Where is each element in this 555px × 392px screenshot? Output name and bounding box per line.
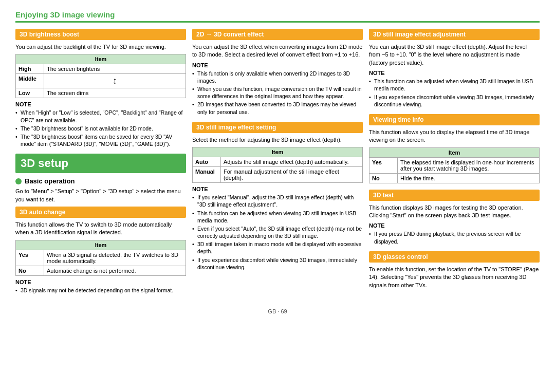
page-title: Enjoying 3D image viewing xyxy=(15,10,540,19)
convert-note-title: NOTE xyxy=(192,62,363,68)
still-manual-label: Manual xyxy=(193,167,221,183)
still-auto-label: Auto xyxy=(193,157,221,167)
still-image-setting-table: Item Auto Adjusts the still image effect… xyxy=(192,147,363,183)
still-setting-note-title: NOTE xyxy=(192,186,363,192)
brightness-note-title: NOTE xyxy=(15,101,186,107)
viewing-time-no-label: No xyxy=(369,173,398,183)
auto-change-table: Item Yes When a 3D signal is detected, t… xyxy=(15,240,186,276)
still-auto-value: Adjusts the still image effect (depth) a… xyxy=(221,157,363,167)
section-still-image-setting: 3D still image effect setting Select the… xyxy=(192,122,363,271)
main-columns: 3D brightness boost You can adjust the b… xyxy=(15,29,540,300)
table-row: Yes When a 3D signal is detected, the TV… xyxy=(16,250,186,266)
table-row: Auto Adjusts the still image effect (dep… xyxy=(193,157,363,167)
convert-note-2: When you use this function, image conver… xyxy=(192,85,363,100)
section-3d-glasses-control: 3D glasses control To enable this functi… xyxy=(369,251,540,289)
still-setting-note-4: 3D still images taken in macro mode will… xyxy=(192,240,363,255)
still-setting-notes: If you select "Manual", adjust the 3D st… xyxy=(192,194,363,271)
basic-op-title: Basic operation xyxy=(25,177,75,185)
auto-change-note-1: 3D signals may not be detected depending… xyxy=(15,287,186,294)
section-still-image-adjustment: 3D still image effect adjustment You can… xyxy=(369,29,540,108)
viewing-time-yes-value: The elapsed time is displayed in one-hou… xyxy=(398,157,540,173)
section-brightness-boost: 3D brightness boost You can adjust the b… xyxy=(15,29,186,147)
auto-change-notes: 3D signals may not be detected depending… xyxy=(15,287,186,294)
viewing-time-table: Item Yes The elapsed time is displayed i… xyxy=(369,147,540,183)
page-info: GB · 69 xyxy=(268,308,287,314)
brightness-high-value: The screen brightens xyxy=(44,64,186,74)
auto-change-no-label: No xyxy=(16,266,44,275)
table-row: Manual For manual adjustment of the stil… xyxy=(193,167,363,183)
basic-operation-header: Basic operation xyxy=(15,177,186,185)
3d-test-notes: If you press END during playback, the pr… xyxy=(369,230,540,245)
still-image-setting-intro: Select the method for adjusting the 3D i… xyxy=(192,136,363,144)
section-auto-change: 3D auto change This function allows the … xyxy=(15,207,186,294)
section-convert-effect: 2D → 3D convert effect You can adjust th… xyxy=(192,29,363,116)
auto-change-yes-value: When a 3D signal is detected, the TV swi… xyxy=(44,250,186,266)
still-setting-note-3: Even if you select "Auto", the 3D still … xyxy=(192,225,363,239)
brightness-low-value: The screen dims xyxy=(44,88,186,98)
brightness-note-3: The "3D brightness boost" items can be s… xyxy=(15,133,186,147)
still-adjustment-note-title: NOTE xyxy=(369,70,540,76)
still-adjustment-notes: This function can be adjusted when viewi… xyxy=(369,78,540,108)
column-3: 3D still image effect adjustment You can… xyxy=(369,29,540,300)
table-row: Yes The elapsed time is displayed in one… xyxy=(369,157,540,173)
convert-note-3: 2D images that have been converted to 3D… xyxy=(192,101,363,115)
basic-op-dot xyxy=(15,178,22,184)
viewing-time-no-value: Hide the time. xyxy=(398,173,540,183)
brightness-note-1: When "High" or "Low" is selected, "OPC",… xyxy=(15,109,186,123)
still-image-adjustment-intro: You can adjust the 3D still image effect… xyxy=(369,43,540,67)
viewing-time-info-title: Viewing time info xyxy=(369,114,540,125)
footer: GB · 69 xyxy=(15,308,540,314)
auto-change-intro: This function allows the TV to switch to… xyxy=(15,221,186,237)
setup-title: 3D setup xyxy=(15,154,186,173)
viewing-time-header: Item xyxy=(369,147,540,157)
convert-notes: This function is only available when con… xyxy=(192,70,363,116)
still-image-adjustment-title: 3D still image effect adjustment xyxy=(369,29,540,40)
column-1: 3D brightness boost You can adjust the b… xyxy=(15,29,186,300)
3d-glasses-title: 3D glasses control xyxy=(369,251,540,263)
brightness-middle-value: ↕ xyxy=(44,74,186,88)
column-2: 2D → 3D convert effect You can adjust th… xyxy=(192,29,363,300)
viewing-time-info-intro: This function allows you to display the … xyxy=(369,128,540,144)
auto-change-table-header: Item xyxy=(16,240,186,250)
table-row: Low The screen dims xyxy=(16,88,186,98)
3d-test-note-title: NOTE xyxy=(369,222,540,229)
3d-glasses-intro: To enable this function, set the locatio… xyxy=(369,266,540,289)
auto-change-note-title: NOTE xyxy=(15,279,186,285)
still-adjustment-note-2: If you experience discomfort while viewi… xyxy=(369,94,540,108)
viewing-time-yes-label: Yes xyxy=(369,157,398,173)
brightness-boost-table-header: Item xyxy=(16,54,186,64)
still-setting-note-2: This function can be adjusted when viewi… xyxy=(192,210,363,224)
table-row: Middle ↕ xyxy=(16,74,186,88)
brightness-low-label: Low xyxy=(16,88,44,98)
still-image-setting-header: Item xyxy=(193,147,363,157)
brightness-high-label: High xyxy=(16,64,44,74)
3d-test-intro: This function displays 3D images for tes… xyxy=(369,204,540,220)
still-setting-note-1: If you select "Manual", adjust the 3D st… xyxy=(192,194,363,208)
brightness-notes: When "High" or "Low" is selected, "OPC",… xyxy=(15,109,186,147)
convert-effect-title: 2D → 3D convert effect xyxy=(192,29,363,40)
still-manual-value: For manual adjustment of the still image… xyxy=(221,167,363,183)
section-3d-test: 3D test This function displays 3D images… xyxy=(369,190,540,245)
3d-test-title: 3D test xyxy=(369,190,540,201)
table-row: No Automatic change is not performed. xyxy=(16,266,186,275)
page-header: Enjoying 3D image viewing xyxy=(15,10,540,23)
convert-note-1: This function is only available when con… xyxy=(192,70,363,84)
still-image-setting-title: 3D still image effect setting xyxy=(192,122,363,133)
page-wrapper: Enjoying 3D image viewing 3D brightness … xyxy=(15,10,540,314)
auto-change-yes-label: Yes xyxy=(16,250,44,266)
auto-change-no-value: Automatic change is not performed. xyxy=(44,266,186,275)
still-setting-note-5: If you experience discomfort while viewi… xyxy=(192,256,363,271)
auto-change-title: 3D auto change xyxy=(15,207,186,218)
table-row: High The screen brightens xyxy=(16,64,186,74)
brightness-boost-intro: You can adjust the backlight of the TV f… xyxy=(15,43,186,51)
convert-effect-intro: You can adjust the 3D effect when conver… xyxy=(192,43,363,59)
table-row: No Hide the time. xyxy=(369,173,540,183)
3d-test-note-1: If you press END during playback, the pr… xyxy=(369,230,540,245)
brightness-boost-title: 3D brightness boost xyxy=(15,29,186,40)
brightness-middle-label: Middle xyxy=(16,74,44,88)
still-adjustment-note-1: This function can be adjusted when viewi… xyxy=(369,78,540,92)
brightness-note-2: The "3D brightness boost" is not availab… xyxy=(15,125,186,132)
section-viewing-time-info: Viewing time info This function allows y… xyxy=(369,114,540,183)
brightness-boost-table: Item High The screen brightens Middle ↕ … xyxy=(15,54,186,98)
basic-op-text: Go to "Menu" > "Setup" > "Option" > "3D … xyxy=(15,188,186,203)
